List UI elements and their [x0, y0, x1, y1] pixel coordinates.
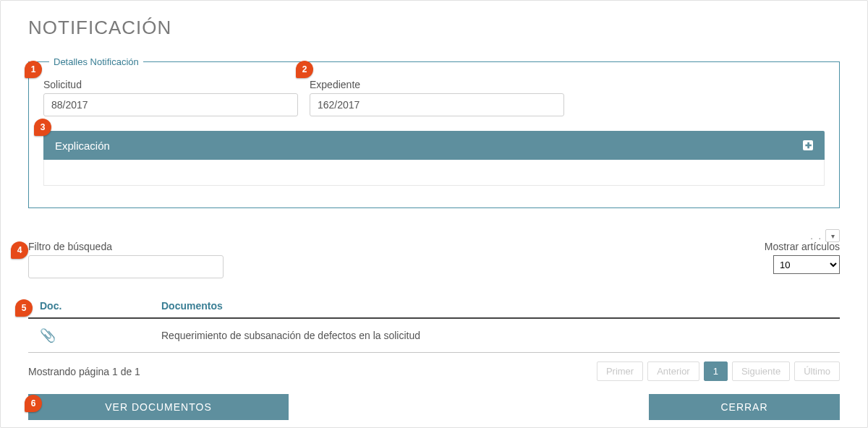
documents-table-wrap: Doc. Documentos 📎 Requerimiento de subsa…	[28, 296, 840, 353]
paperclip-icon[interactable]: 📎	[40, 328, 56, 343]
col-header-documentos[interactable]: Documentos	[158, 296, 840, 318]
filter-left: Filtro de búsqueda	[28, 241, 224, 278]
field-solicitud: Solicitud	[43, 79, 298, 116]
chevron-down-icon[interactable]: ▾	[825, 229, 840, 242]
toolbar-dots: . .	[810, 231, 822, 241]
action-buttons-row: VER DOCUMENTOS CERRAR	[28, 394, 840, 420]
callout-2: 2	[296, 61, 313, 78]
cell-attachment: 📎	[28, 318, 158, 353]
explicacion-body	[43, 160, 825, 186]
field-expediente: Expediente	[310, 79, 564, 116]
page-first-button[interactable]: Primer	[597, 361, 643, 381]
callout-5: 5	[15, 299, 33, 317]
callout-4: 4	[11, 241, 28, 259]
documents-table: Doc. Documentos 📎 Requerimiento de subsa…	[28, 296, 840, 353]
input-solicitud[interactable]	[43, 93, 298, 116]
page-prev-button[interactable]: Anterior	[647, 361, 699, 381]
label-expediente: Expediente	[310, 79, 564, 90]
label-search-filter: Filtro de búsqueda	[28, 241, 224, 252]
input-expediente[interactable]	[310, 93, 564, 116]
label-show-articles: Mostrar artículos	[765, 241, 840, 252]
page-1-button[interactable]: 1	[704, 361, 728, 381]
table-row[interactable]: 📎 Requerimiento de subsanación de defect…	[28, 318, 840, 353]
explicacion-header[interactable]: Explicación ✚	[43, 131, 825, 160]
callout-3: 3	[34, 119, 51, 136]
pagination-row: Mostrando página 1 de 1 Primer Anterior …	[28, 361, 840, 381]
filter-right: Mostrar artículos 10	[765, 241, 840, 274]
callout-1: 1	[25, 61, 42, 78]
label-solicitud: Solicitud	[43, 79, 298, 90]
details-fieldset: Detalles Notificación Solicitud Expedien…	[28, 56, 840, 208]
search-input[interactable]	[28, 255, 224, 278]
cell-document-name: Requerimiento de subsanación de defectos…	[158, 318, 840, 353]
plus-icon[interactable]: ✚	[803, 140, 813, 150]
select-show-articles[interactable]: 10	[773, 255, 840, 274]
mini-toolbar: . . ▾	[810, 229, 840, 242]
page-last-button[interactable]: Último	[794, 361, 840, 381]
notification-window: NOTIFICACIÓN Detalles Notificación Solic…	[0, 0, 868, 428]
close-button[interactable]: CERRAR	[649, 394, 840, 420]
page-next-button[interactable]: Siguiente	[732, 361, 790, 381]
fields-row: Solicitud Expediente	[43, 79, 825, 116]
pagination-info: Mostrando página 1 de 1	[28, 366, 140, 377]
page-title: NOTIFICACIÓN	[28, 17, 840, 39]
details-legend: Detalles Notificación	[49, 56, 143, 67]
pagination: Primer Anterior 1 Siguiente Último	[597, 361, 840, 381]
filter-row: Filtro de búsqueda Mostrar artículos 10	[28, 241, 840, 278]
explicacion-title: Explicación	[55, 140, 110, 152]
view-documents-button[interactable]: VER DOCUMENTOS	[28, 394, 289, 420]
explicacion-panel: Explicación ✚	[43, 131, 825, 186]
callout-6: 6	[25, 395, 42, 412]
col-header-doc[interactable]: Doc.	[28, 296, 158, 318]
